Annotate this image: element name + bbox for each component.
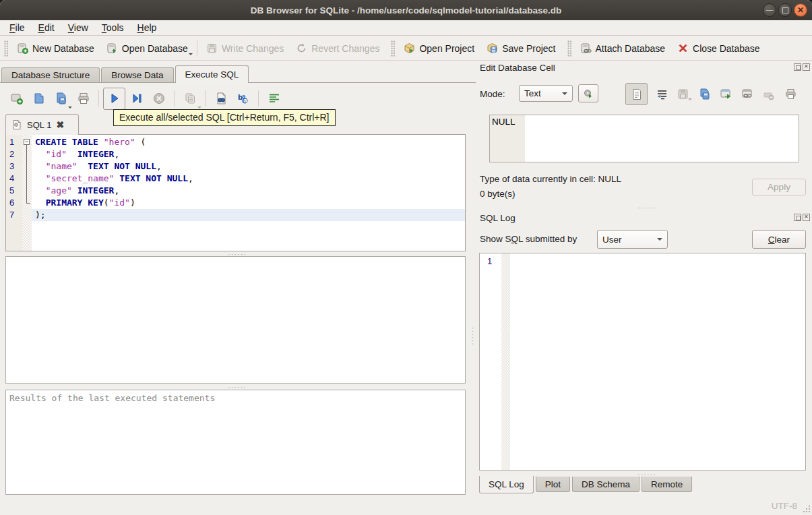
import-cell-button[interactable] — [578, 84, 598, 102]
bottom-tab-remote[interactable]: Remote — [642, 477, 692, 492]
sql-editor-lines: 1−CREATE TABLE "hero" (2 "id" INTEGER,3 … — [6, 136, 465, 221]
close-database-label: Close Database — [693, 43, 760, 54]
main-area: Database Structure Browse Data Execute S… — [0, 61, 812, 497]
sql-toolbar-separator-2 — [174, 90, 175, 107]
toolbar-handle-2[interactable] — [391, 40, 395, 57]
results-grid-pane[interactable] — [5, 256, 466, 384]
save-project-icon — [487, 42, 498, 54]
minimize-button[interactable]: — — [763, 3, 776, 17]
edit-cell-float-icon[interactable] — [794, 63, 801, 71]
write-changes-icon — [206, 42, 218, 54]
open-sql-file-button[interactable] — [28, 88, 50, 110]
sql1-tab-label: SQL 1 — [27, 120, 51, 130]
tab-browse-data-label: Browse Data — [111, 70, 163, 80]
cell-editor[interactable]: NULL — [489, 115, 799, 162]
sql1-tab[interactable]: SQL 1 ✖ — [5, 114, 79, 135]
titlebar[interactable]: DB Browser for SQLite - /home/user/code/… — [0, 0, 812, 20]
menu-edit[interactable]: Edit — [32, 21, 61, 34]
open-database-dropdown-arrow[interactable] — [189, 53, 193, 55]
log-splitter-handle[interactable]: ······ — [637, 472, 656, 476]
sql-toolbar-separator-3 — [205, 90, 206, 107]
write-changes-button[interactable]: Write Changes — [200, 40, 290, 57]
stop-button[interactable] — [148, 88, 170, 110]
copy-results-button[interactable] — [179, 88, 201, 110]
code-line[interactable]: 3 "name" TEXT NOT NULL, — [6, 160, 465, 173]
save-cell-icon-disabled[interactable] — [677, 88, 689, 100]
code-line[interactable]: 5 "age" INTEGER, — [6, 185, 465, 197]
results-message-pane[interactable]: Results of the last executed statements — [5, 390, 466, 495]
resize-grip[interactable] — [801, 504, 810, 512]
code-line[interactable]: 4 "secret_name" TEXT NOT NULL, — [6, 173, 465, 185]
close-database-icon — [677, 42, 689, 54]
execute-line-button[interactable] — [125, 88, 148, 110]
revert-changes-button[interactable]: Revert Changes — [290, 40, 385, 57]
sql-editor[interactable]: 1−CREATE TABLE "hero" (2 "id" INTEGER,3 … — [5, 134, 466, 251]
bottom-tab-db-schema[interactable]: DB Schema — [572, 477, 639, 492]
menu-view[interactable]: View — [61, 21, 95, 34]
tab-execute-sql[interactable]: Execute SQL — [175, 65, 249, 83]
bottom-tab-plot[interactable]: Plot — [536, 477, 570, 492]
toolbar-handle[interactable] — [4, 40, 8, 57]
bottom-tab-sql-log[interactable]: SQL Log — [479, 476, 534, 493]
save-project-button[interactable]: Save Project — [480, 40, 561, 57]
tab-database-structure[interactable]: Database Structure — [1, 67, 100, 82]
new-sql-tab-button[interactable] — [5, 88, 28, 110]
code-line[interactable]: 1−CREATE TABLE "hero" ( — [6, 136, 465, 148]
menu-tools[interactable]: Tools — [95, 21, 131, 34]
remove-cell-icon-disabled[interactable] — [763, 90, 776, 102]
clear-button[interactable]: Clear — [752, 230, 806, 249]
save-as-cell-icon[interactable] — [698, 88, 711, 100]
cell-value: NULL — [492, 117, 516, 127]
word-wrap-icon[interactable] — [656, 88, 668, 100]
code-line[interactable]: 2 "id" INTEGER, — [6, 148, 465, 160]
find-button[interactable] — [210, 88, 232, 110]
bottom-tab-remote-label: Remote — [651, 479, 683, 489]
edit-cell-close-icon[interactable] — [803, 63, 810, 71]
sql1-tab-close-icon[interactable]: ✖ — [56, 119, 64, 130]
menu-help[interactable]: Help — [131, 21, 164, 34]
sql-log-close-icon[interactable] — [803, 214, 810, 221]
open-database-icon — [106, 42, 118, 54]
mode-combobox[interactable]: Text — [519, 85, 573, 102]
maximize-button[interactable] — [778, 3, 792, 17]
close-database-button[interactable]: Close Database — [671, 40, 766, 57]
tab-browse-data[interactable]: Browse Data — [101, 67, 173, 82]
bottom-tab-sql-log-label: SQL Log — [489, 479, 524, 489]
revert-changes-icon — [296, 42, 307, 54]
right-panel: Edit Database Cell Mode: Text — [476, 61, 812, 497]
format-button[interactable] — [263, 88, 285, 110]
results-placeholder: Results of the last executed statements — [6, 390, 465, 403]
sql-log-filter-combobox[interactable]: User — [597, 230, 668, 249]
print-cell-icon[interactable] — [784, 88, 797, 100]
dock-splitter-handle[interactable]: ······ — [637, 206, 656, 210]
save-sql-file-button[interactable] — [50, 88, 72, 110]
link-cell-icon[interactable] — [741, 88, 754, 100]
statusbar: UTF-8 — [0, 497, 812, 515]
text-mode-button[interactable] — [625, 83, 648, 105]
open-database-button[interactable]: Open Database — [100, 40, 194, 57]
new-database-button[interactable]: New Database — [11, 40, 100, 57]
toolbar-handle-3[interactable] — [567, 40, 571, 57]
execute-all-button[interactable] — [103, 88, 125, 110]
open-project-button[interactable]: Open Project — [398, 40, 480, 57]
attach-database-button[interactable]: Attach Database — [574, 40, 672, 57]
export-cell-icon[interactable] — [720, 88, 732, 100]
splitter-handle-2[interactable]: ······ — [228, 385, 247, 389]
code-line[interactable]: 7); — [6, 209, 465, 221]
sql-log-area[interactable]: 1 — [479, 253, 806, 471]
bottom-tabbar: SQL Log Plot DB Schema Remote — [479, 477, 694, 493]
toolbar-separator — [197, 40, 197, 57]
clear-button-label: Clear — [768, 235, 790, 245]
sql-log-title: SQL Log — [480, 213, 516, 223]
cell-type-info: Type of data currently in cell: NULL — [480, 174, 621, 184]
window-title: DB Browser for SQLite - /home/user/code/… — [251, 5, 561, 16]
code-line[interactable]: 6 PRIMARY KEY("id") — [6, 197, 465, 209]
sql-log-float-icon[interactable] — [794, 214, 801, 221]
printf-button[interactable]: baa — [232, 88, 254, 110]
apply-button[interactable]: Apply — [752, 179, 806, 195]
menu-file[interactable]: File — [3, 21, 32, 34]
sql-log-filter-value: User — [602, 235, 622, 245]
print-button[interactable] — [72, 88, 94, 110]
close-button[interactable]: ✕ — [794, 3, 807, 17]
vertical-splitter-handle[interactable]: ······ — [471, 327, 475, 346]
